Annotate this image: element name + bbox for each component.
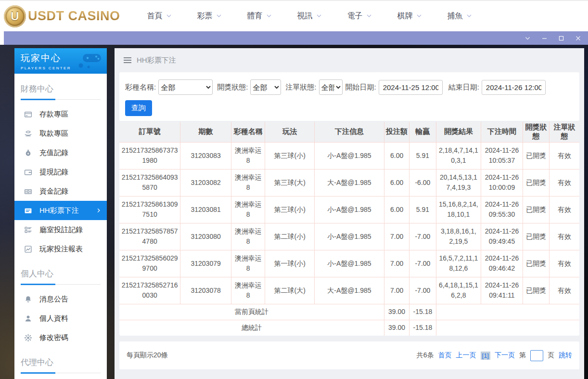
lottery-name-select[interactable]: 全部 bbox=[158, 79, 213, 95]
col-header-注單狀態: 注單狀態 bbox=[550, 122, 579, 142]
table-cell: 有效 bbox=[550, 277, 579, 304]
table-row-1: 215217325864093587031203082澳洲幸运8第三球(大)大-… bbox=[119, 169, 579, 196]
first-page-link[interactable]: 首页 bbox=[438, 351, 452, 360]
table-cell: 2152173258640935870 bbox=[119, 169, 180, 196]
chevron-down-icon bbox=[216, 12, 222, 21]
bell-icon bbox=[24, 295, 32, 303]
sidebar-section-title-2: 代理中心 bbox=[21, 357, 101, 373]
table-cell: 澳洲幸运8 bbox=[231, 250, 265, 277]
pagination-panel: 每頁顯示20條 共6条 首页 上一页 [1] 下一页 第 页 跳转 bbox=[119, 341, 579, 369]
window-minimize-icon[interactable] bbox=[541, 35, 548, 41]
table-cell: 已開獎 bbox=[523, 196, 549, 223]
nav-item-1[interactable]: 彩票 bbox=[197, 11, 222, 21]
sidebar-item-資金記錄[interactable]: 資金記錄 bbox=[14, 182, 107, 201]
sidebar-item-提現記錄[interactable]: 提現記錄 bbox=[14, 162, 107, 182]
gear-icon bbox=[24, 333, 32, 342]
nav-item-label: 棋牌 bbox=[397, 11, 413, 21]
nav-item-label: 電子 bbox=[347, 11, 363, 21]
start-date-input[interactable] bbox=[379, 80, 443, 95]
table-cell: 有效 bbox=[550, 250, 579, 277]
window-dropdown-chevron-icon[interactable] bbox=[524, 35, 531, 41]
nav-item-0[interactable]: 首頁 bbox=[147, 11, 172, 21]
chevron-down-icon bbox=[416, 12, 422, 21]
col-header-開獎結果: 開獎結果 bbox=[436, 122, 481, 142]
table-row-5: 215217325852716003031203078澳洲幸运8第二球(大)大-… bbox=[119, 277, 579, 304]
current-page-indicator: [1] bbox=[481, 352, 490, 360]
grand-total-row: 總統計39.00-15.18 bbox=[119, 320, 579, 336]
table-cell: 有效 bbox=[550, 169, 579, 196]
table-cell: 6.00 bbox=[384, 169, 409, 196]
summary-win-total: -15.18 bbox=[409, 320, 436, 336]
withdraw-hand-icon bbox=[24, 129, 32, 138]
report-chart-icon bbox=[24, 245, 32, 253]
page-jump-input[interactable] bbox=[530, 350, 543, 361]
menu-toggle-icon[interactable] bbox=[124, 57, 131, 63]
table-cell: 2024-11-26 09:55:30 bbox=[481, 196, 523, 223]
table-row-0: 215217325867373198031203083澳洲幸运8第三球(小)小-… bbox=[119, 142, 579, 169]
prev-page-link[interactable]: 上一页 bbox=[456, 351, 476, 360]
table-cell: 澳洲幸运8 bbox=[231, 169, 265, 196]
nav-item-4[interactable]: 電子 bbox=[347, 11, 372, 21]
table-cell: 3,18,8,16,1,2,19,5 bbox=[436, 223, 481, 250]
table-cell: 有效 bbox=[550, 142, 579, 169]
sidebar-item-消息公告[interactable]: 消息公告 bbox=[14, 289, 107, 309]
app-background: 玩家中心 PLAYERS CENTER 財務中心存款專區取款專區充值記錄提現記錄… bbox=[0, 45, 588, 379]
jump-prefix: 第 bbox=[519, 351, 526, 360]
sidebar-item-HH彩票下注[interactable]: HH彩票下注 bbox=[14, 201, 107, 220]
sidebar-item-label: 個人資料 bbox=[39, 314, 68, 323]
main-nav: 首頁彩票體育視訊電子棋牌捕魚 bbox=[147, 11, 472, 21]
table-cell: 16,5,7,2,11,18,12,6 bbox=[436, 250, 481, 277]
bets-table: 訂單號期數彩種名稱玩法下注信息投注額輸贏開獎結果下注時間開獎狀態注單狀態 215… bbox=[119, 122, 579, 336]
nav-item-5[interactable]: 棋牌 bbox=[397, 11, 422, 21]
coin-logo-icon: U bbox=[4, 5, 26, 27]
lottery-ticket-icon bbox=[24, 206, 32, 215]
order-status-select[interactable]: 全部 bbox=[319, 79, 343, 95]
sidebar-item-取款專區[interactable]: 取款專區 bbox=[14, 124, 107, 143]
brand-name: USDT CASINO bbox=[28, 9, 120, 24]
table-cell: 2024-11-26 10:05:37 bbox=[481, 142, 523, 169]
nav-item-6[interactable]: 捕魚 bbox=[447, 11, 472, 21]
table-cell: 5.91 bbox=[409, 196, 436, 223]
table-cell: 31203080 bbox=[180, 223, 231, 250]
jump-button[interactable]: 跳转 bbox=[559, 351, 572, 360]
search-button[interactable]: 查詢 bbox=[125, 100, 152, 116]
table-row-3: 215217325857857478031203080澳洲幸运8第二球(小)小-… bbox=[119, 223, 579, 250]
window-titlebar bbox=[4, 31, 588, 45]
nav-item-3[interactable]: 視訊 bbox=[297, 11, 322, 21]
table-cell: 有效 bbox=[550, 223, 579, 250]
table-cell: 2024-11-26 09:49:45 bbox=[481, 223, 523, 250]
table-cell: 大-A盤@1.985 bbox=[315, 169, 384, 196]
sidebar-item-存款專區[interactable]: 存款專區 bbox=[14, 105, 107, 124]
filter-panel: 彩種名稱: 全部 開獎狀態: 全部 注單狀態: 全部 開始日期: 結束日期: 查… bbox=[119, 72, 579, 121]
summary-empty-cell bbox=[436, 304, 579, 320]
table-cell: 第三球(大) bbox=[265, 169, 315, 196]
summary-bet-total: 39.00 bbox=[384, 320, 409, 336]
table-cell: 2152173258578574780 bbox=[119, 223, 180, 250]
draw-status-select[interactable]: 全部 bbox=[250, 79, 281, 95]
nav-item-2[interactable]: 體育 bbox=[247, 11, 272, 21]
jump-suffix: 页 bbox=[548, 351, 554, 360]
col-header-投注額: 投注額 bbox=[384, 122, 409, 142]
table-cell: 6.00 bbox=[384, 142, 409, 169]
window-close-icon[interactable] bbox=[575, 35, 581, 41]
room-records-icon bbox=[24, 225, 32, 234]
table-row-4: 215217325856029970031203079澳洲幸运8第一球(小)小-… bbox=[119, 250, 579, 277]
next-page-link[interactable]: 下一页 bbox=[495, 351, 515, 360]
col-header-訂單號: 訂單號 bbox=[119, 122, 180, 142]
col-header-期數: 期數 bbox=[180, 122, 231, 142]
table-cell: 31203083 bbox=[180, 142, 231, 169]
col-header-輸贏: 輸贏 bbox=[409, 122, 436, 142]
window-maximize-icon[interactable] bbox=[558, 35, 564, 41]
end-date-input[interactable] bbox=[482, 80, 546, 95]
chevron-down-icon bbox=[316, 12, 322, 21]
money-bag-icon bbox=[24, 148, 32, 157]
summary-label: 總統計 bbox=[119, 320, 384, 336]
sidebar-item-個人資料[interactable]: 個人資料 bbox=[14, 309, 107, 328]
sidebar-item-修改密碼[interactable]: 修改密碼 bbox=[14, 328, 107, 347]
table-cell: 小-A盤@1.985 bbox=[315, 196, 384, 223]
sidebar-item-玩家投注報表[interactable]: 玩家投注報表 bbox=[14, 239, 107, 259]
chevron-down-icon bbox=[366, 12, 372, 21]
summary-label: 當前頁統計 bbox=[119, 304, 384, 320]
sidebar-item-充值記錄[interactable]: 充值記錄 bbox=[14, 143, 107, 162]
sidebar-item-廳室投註記錄[interactable]: 廳室投註記錄 bbox=[14, 220, 107, 239]
